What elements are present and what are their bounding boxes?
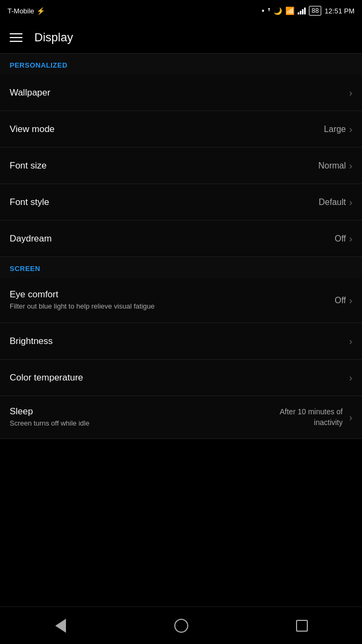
chevron-icon: › xyxy=(349,296,352,305)
font-size-title: Font size xyxy=(10,160,47,171)
wallpaper-title: Wallpaper xyxy=(10,87,50,98)
section-screen-header: SCREEN xyxy=(0,257,362,278)
status-icons: • ꜛ 🌙 📶 88 12:51 PM xyxy=(262,6,354,16)
view-mode-item[interactable]: View mode Large › xyxy=(0,111,362,148)
page-title: Display xyxy=(34,31,73,45)
wallpaper-item[interactable]: Wallpaper › xyxy=(0,75,362,111)
sleep-item[interactable]: Sleep Screen turns off while idle After … xyxy=(0,396,362,439)
bluetooth-icon2: ꜛ xyxy=(268,7,270,15)
carrier-info: T-Mobile ⚡ xyxy=(8,7,45,15)
chevron-icon: › xyxy=(349,88,352,98)
font-size-item[interactable]: Font size Normal › xyxy=(0,148,362,184)
view-mode-right: Large › xyxy=(324,125,352,134)
sleep-value: After 10 minutes of inactivity xyxy=(256,407,343,428)
sleep-title: Sleep xyxy=(10,406,90,417)
home-icon xyxy=(174,619,188,633)
home-button[interactable] xyxy=(168,612,195,639)
recents-icon xyxy=(296,620,308,632)
view-mode-value: Large xyxy=(324,125,346,134)
font-style-right: Default › xyxy=(319,197,352,207)
font-style-title: Font style xyxy=(10,197,49,208)
eye-comfort-right: Off › xyxy=(335,296,352,305)
font-size-value: Normal xyxy=(318,161,346,171)
back-button[interactable] xyxy=(47,612,74,639)
brightness-item[interactable]: Brightness › xyxy=(0,323,362,360)
view-mode-title: View mode xyxy=(10,124,55,135)
chevron-icon: › xyxy=(349,373,352,383)
carrier-name: T-Mobile xyxy=(8,7,34,15)
eye-comfort-item[interactable]: Eye comfort Filter out blue light to hel… xyxy=(0,278,362,323)
signal-icon xyxy=(298,7,306,14)
chevron-icon: › xyxy=(349,125,352,134)
time: 12:51 PM xyxy=(324,7,354,15)
chevron-icon: › xyxy=(349,197,352,207)
back-icon xyxy=(55,619,66,633)
menu-button[interactable] xyxy=(10,33,23,42)
chevron-icon: › xyxy=(349,161,352,171)
color-temperature-item[interactable]: Color temperature › xyxy=(0,360,362,396)
font-style-item[interactable]: Font style Default › xyxy=(0,184,362,221)
brightness-title: Brightness xyxy=(10,336,53,347)
daydream-title: Daydream xyxy=(10,233,51,244)
eye-comfort-title: Eye comfort xyxy=(10,289,154,300)
bluetooth-icon: • xyxy=(262,6,264,15)
sleep-subtitle: Screen turns off while idle xyxy=(10,419,90,428)
lightning-icon: ⚡ xyxy=(36,7,45,15)
color-temperature-right: › xyxy=(349,373,352,383)
chevron-icon: › xyxy=(349,413,352,422)
eye-comfort-value: Off xyxy=(335,296,346,305)
battery-level: 88 xyxy=(309,6,321,16)
daydream-right: Off › xyxy=(335,234,352,244)
daydream-item[interactable]: Daydream Off › xyxy=(0,221,362,257)
font-style-value: Default xyxy=(319,197,346,207)
recents-button[interactable] xyxy=(289,612,315,639)
wallpaper-right: › xyxy=(349,88,352,98)
font-size-right: Normal › xyxy=(318,161,352,171)
navigation-bar xyxy=(0,606,362,644)
wifi-icon: 📶 xyxy=(285,6,294,15)
section-personalized-header: PERSONALIZED xyxy=(0,54,362,75)
chevron-icon: › xyxy=(349,336,352,346)
color-temperature-title: Color temperature xyxy=(10,372,83,383)
app-header: Display xyxy=(0,21,362,54)
daydream-value: Off xyxy=(335,234,346,244)
chevron-icon: › xyxy=(349,234,352,244)
status-bar: T-Mobile ⚡ • ꜛ 🌙 📶 88 12:51 PM xyxy=(0,0,362,21)
moon-icon: 🌙 xyxy=(274,7,282,15)
brightness-right: › xyxy=(349,336,352,346)
eye-comfort-subtitle: Filter out blue light to help relieve vi… xyxy=(10,302,154,311)
sleep-right: After 10 minutes of inactivity › xyxy=(256,407,352,428)
